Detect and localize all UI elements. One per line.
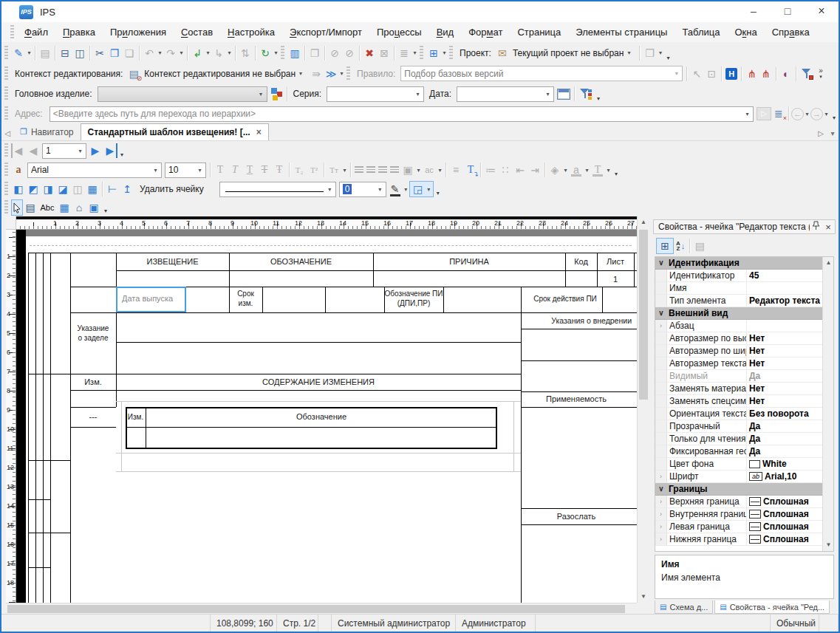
menu-item-Формат[interactable]: Формат <box>461 27 510 38</box>
menu-item-Экспорт/Импорт[interactable]: Экспорт/Импорт <box>282 27 369 38</box>
split-cell-vertical-icon[interactable]: ◩ <box>26 182 41 196</box>
frame-tool[interactable]: ▣ <box>86 200 101 215</box>
tab-scroll-right-icon[interactable]: ▷ <box>815 129 827 140</box>
cell-applicability[interactable]: Применяемость <box>521 391 632 407</box>
panel-tab[interactable]: ▤Схема д... <box>655 601 713 614</box>
property-value[interactable]: Сплошная <box>747 496 822 507</box>
menu-item-Состав[interactable]: Состав <box>174 27 220 38</box>
property-value[interactable]: Да <box>747 445 822 457</box>
grid-scroll-up-icon[interactable]: ▲ <box>823 257 834 269</box>
sort-icon-dropdown[interactable]: ▾ <box>412 49 418 56</box>
save-icon[interactable]: ▤ <box>38 46 52 61</box>
cell-designation-header[interactable]: ОБОЗНАЧЕНИЕ <box>229 253 373 270</box>
pointer-tool[interactable] <box>11 199 23 216</box>
bold-icon[interactable]: T <box>213 162 228 177</box>
tab-document[interactable]: Стандартный шаблон извещения! [... × <box>81 123 269 140</box>
collapse-chevron-icon[interactable]: ∨ <box>655 257 667 269</box>
filter-icon[interactable] <box>801 68 813 80</box>
fill-color-icon[interactable]: ◈ <box>547 162 562 177</box>
panel-close-icon[interactable]: × <box>822 222 835 233</box>
context-open-icon[interactable]: ⇛ <box>309 66 324 81</box>
property-row[interactable]: Авторазмер по высотеНет <box>655 332 822 345</box>
grid-scroll-down-icon[interactable]: ▼ <box>823 539 834 551</box>
address-input[interactable]: <Введите здесь путь для перехода по иера… <box>49 106 754 122</box>
delete-cell-button[interactable]: Удалить ячейку <box>134 184 209 194</box>
align-center-icon[interactable] <box>365 162 377 177</box>
panel-tab[interactable]: ▤Свойства - ячейка "Ред... <box>714 601 830 614</box>
property-value[interactable] <box>747 282 822 294</box>
strikethrough-icon[interactable]: T <box>257 162 272 177</box>
property-value[interactable]: Сплошная <box>747 521 822 533</box>
context-recent-icon-dropdown[interactable]: ▾ <box>338 70 345 77</box>
property-value[interactable]: Нет <box>747 332 822 344</box>
underline-icon[interactable]: T <box>242 162 257 177</box>
cell-issue-date-selected[interactable]: Дата выпуска <box>116 287 186 312</box>
project-mail-icon[interactable]: ✉ <box>495 46 510 61</box>
property-row[interactable]: ›Нижняя границаСплошная <box>655 533 822 546</box>
redo-icon[interactable]: ↷ <box>163 46 178 61</box>
property-value[interactable]: Нет <box>747 395 822 407</box>
property-value[interactable]: Да <box>747 370 822 382</box>
valign-icon[interactable]: ▣ <box>400 162 415 177</box>
cell-reason-header[interactable]: ПРИЧИНА <box>373 253 565 270</box>
tab-navigator[interactable]: ❐ Навигатор <box>13 123 81 140</box>
back-icon-dropdown[interactable]: ▾ <box>804 111 810 117</box>
copy-icon[interactable]: ❐ <box>107 46 122 61</box>
cell-pi-designation[interactable]: Обозначение ПИ (ДПИ,ПР) <box>384 289 443 312</box>
go-button[interactable]: ▷ <box>757 107 771 120</box>
sync-icon[interactable]: ↻ <box>258 46 273 61</box>
text-direction-icon[interactable]: T↴ <box>463 162 478 177</box>
forward-icon-dropdown[interactable]: ▾ <box>823 111 830 117</box>
save-copy-icon[interactable]: ❐ <box>307 46 322 61</box>
cell-term-change[interactable]: Срок изм. <box>229 289 262 312</box>
add-cell-right-icon[interactable]: ⊢ <box>105 182 120 196</box>
property-row[interactable]: ›Абзац <box>655 320 822 332</box>
property-value[interactable] <box>747 320 822 332</box>
text-cell-tool[interactable]: ▤ <box>23 200 38 215</box>
property-value[interactable]: abArial,10 <box>747 471 822 482</box>
expand-chevron-icon[interactable]: › <box>655 496 667 507</box>
last-page-icon[interactable]: ▶ <box>103 143 117 158</box>
property-row[interactable]: Только для чтенияДа <box>655 433 822 445</box>
subscript-icon[interactable]: T₂ <box>292 162 307 177</box>
tab-list-icon[interactable]: ▾ <box>827 129 839 140</box>
expand-chevron-icon[interactable]: › <box>655 521 667 533</box>
cell-sheet-header[interactable]: Лист <box>597 253 634 270</box>
bullet-list-icon[interactable]: ∷ <box>498 162 513 177</box>
align-left-icon[interactable] <box>353 162 365 177</box>
toolbar-overflow-icon[interactable]: ▾ <box>120 151 123 160</box>
page-number-combo[interactable]: 1▾ <box>42 143 86 159</box>
align-right-icon[interactable] <box>377 162 389 177</box>
property-row[interactable]: Ориентация текстаБез поворота <box>655 408 822 420</box>
prev-page-icon[interactable]: ◀ <box>26 143 41 158</box>
polygon-tool[interactable]: ⌂ <box>72 200 86 215</box>
menu-item-Файл[interactable]: Файл <box>17 27 55 38</box>
property-value[interactable]: Да <box>747 420 822 432</box>
menu-item-Справка[interactable]: Справка <box>765 27 817 38</box>
font-size-combo[interactable]: 10▾ <box>165 162 206 178</box>
checkin-icon[interactable]: ⊘ <box>342 46 357 61</box>
sort-az-icon[interactable]: AZ↓ <box>676 241 685 251</box>
property-row[interactable]: Идентификатор45 <box>655 270 822 282</box>
scroll-down-icon[interactable]: ▼ <box>638 591 649 603</box>
case-icon[interactable]: Tт <box>327 162 341 177</box>
redo-icon-dropdown[interactable]: ▾ <box>178 49 185 56</box>
tree-expand-icon[interactable]: ⋔ <box>744 66 759 81</box>
expand-chevron-icon[interactable]: › <box>655 533 667 545</box>
font-family-combo[interactable]: Arial▾ <box>27 162 162 178</box>
toolbar-overflow-icon[interactable]: ▾ <box>597 95 600 104</box>
horizontal-scrollbar[interactable] <box>6 603 637 614</box>
filter-series-icon[interactable] <box>579 88 592 100</box>
property-value[interactable]: Сплошная <box>747 508 822 520</box>
next-page-icon[interactable]: ▶ <box>88 143 103 158</box>
date-combo[interactable]: ▾ <box>457 86 554 102</box>
sync-icon-dropdown[interactable]: ▾ <box>273 49 279 56</box>
print-preview-icon[interactable]: ◫ <box>72 46 87 61</box>
border-color-icon-dropdown[interactable]: ▾ <box>403 186 409 193</box>
collapse-chevron-icon[interactable]: ∨ <box>655 307 667 319</box>
cell-change-content[interactable]: СОДЕРЖАНИЕ ИЗМЕНЕНИЯ <box>116 374 521 390</box>
extract-object-icon-dropdown[interactable]: ▾ <box>226 49 233 56</box>
structure-icon[interactable] <box>270 88 283 100</box>
expand-chevron-icon[interactable]: › <box>655 508 667 520</box>
border-width-combo[interactable]: 0▾ <box>339 182 386 197</box>
